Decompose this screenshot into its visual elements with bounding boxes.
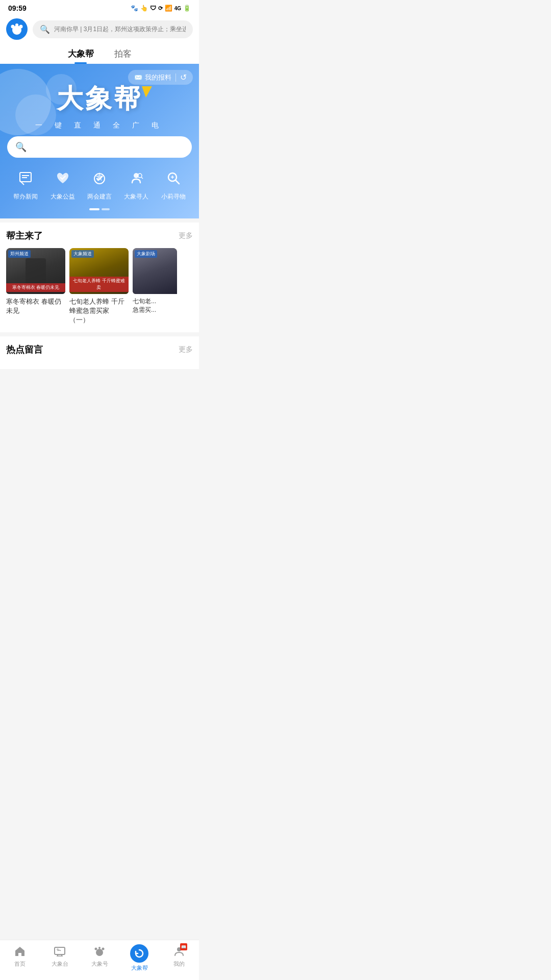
hotcomment-section: 热点留言 更多 [0, 336, 199, 369]
bangzhu-cards: 郑州频道 寒冬寄棉衣 春暖仍未见 寒冬寄棉衣 春暖仍未见 大象频道 七旬老人养蜂… [6, 248, 193, 325]
bangzhu-card-3[interactable]: 大象剧场 七旬老...急需买... [133, 248, 178, 325]
search-input[interactable] [54, 26, 186, 33]
service-xiaoli-xunwu[interactable]: 小莉寻物 [161, 167, 186, 201]
banner: ✉️ 我的报料 ↺ 大象帮 一 键 直 通 全 广 电 🔍 [0, 64, 199, 218]
hotcomment-header: 热点留言 更多 [6, 344, 193, 356]
header: 🔍 [0, 14, 199, 44]
bangzhu-card-2[interactable]: 大象频道 七旬老人养蜂 千斤蜂蜜难卖 七旬老人养蜂 千斤蜂蜜急需买家（一） [69, 248, 129, 325]
wifi-icon: 📶 [165, 5, 172, 12]
battery-icon: 🔋 [183, 5, 191, 12]
hotcomment-title: 热点留言 [6, 344, 43, 356]
card-1-image: 郑州频道 寒冬寄棉衣 春暖仍未见 [6, 248, 65, 294]
card-3-text: 七旬老...急需买... [133, 294, 178, 314]
card-3-image: 大象剧场 [133, 248, 178, 294]
station-badge-1: 郑州频道 [8, 250, 31, 258]
bangzhu-title: 帮主来了 [6, 230, 43, 242]
tab-bangzhu[interactable]: 大象帮 [68, 48, 94, 64]
bangzhu-card-1[interactable]: 郑州频道 寒冬寄棉衣 春暖仍未见 寒冬寄棉衣 春暖仍未见 [6, 248, 65, 325]
search-icon: 🔍 [40, 24, 50, 34]
xunwu-icon [162, 167, 185, 189]
status-icons: 🐾 👆 🛡 ⟳ 📶 4G 🔋 [131, 5, 191, 12]
card-1-overlay: 寒冬寄棉衣 春暖仍未见 [6, 283, 65, 292]
banner-subtitle: 一 键 直 通 全 广 电 [7, 121, 192, 130]
tab-paike[interactable]: 拍客 [114, 48, 132, 64]
carousel-dots [7, 208, 192, 210]
gongyi-icon [52, 167, 74, 189]
security-icon: 🛡 [150, 5, 156, 12]
card-1-text: 寒冬寄棉衣 春暖仍未见 [6, 294, 65, 315]
banner-title-area: 大象帮 [7, 71, 192, 121]
service-bangban-xinwen[interactable]: 帮办新闻 [13, 167, 38, 201]
touch-icon: 👆 [140, 5, 148, 12]
card-2-text: 七旬老人养蜂 千斤蜂蜜急需买家（一） [69, 294, 129, 325]
svg-line-11 [141, 177, 143, 179]
services-grid: 帮办新闻 大象公益 两 [7, 165, 192, 203]
paw-icon: 🐾 [131, 5, 138, 12]
svg-line-13 [176, 180, 179, 184]
card-2-image: 大象频道 七旬老人养蜂 千斤蜂蜜难卖 [69, 248, 129, 294]
banner-search-icon: 🔍 [15, 141, 27, 153]
logo-paw-icon [10, 22, 24, 36]
bangzhu-section: 帮主来了 更多 郑州频道 寒冬寄棉衣 春暖仍未见 寒冬寄棉衣 春暖仍未见 [0, 223, 199, 332]
xunren-icon [125, 167, 147, 189]
bangban-icon [14, 167, 37, 189]
service-label-2: 大象公益 [51, 192, 75, 201]
tabs: 大象帮 拍客 [0, 44, 199, 64]
bangzhu-more[interactable]: 更多 [179, 231, 193, 240]
station-badge-2: 大象频道 [71, 250, 94, 258]
dot-2 [102, 208, 110, 210]
service-daxiang-gongyi[interactable]: 大象公益 [51, 167, 75, 201]
lightning-icon [141, 86, 152, 97]
status-time: 09:59 [8, 4, 27, 12]
service-lianghui-jianyan[interactable]: 两会建言 [87, 167, 112, 201]
service-label-3: 两会建言 [87, 192, 112, 201]
svg-point-3 [19, 25, 23, 29]
station-badge-3: 大象剧场 [135, 250, 157, 258]
signal-icon: ⟳ [158, 5, 163, 12]
svg-point-1 [11, 25, 15, 29]
service-label-1: 帮办新闻 [13, 192, 38, 201]
status-bar: 09:59 🐾 👆 🛡 ⟳ 📶 4G 🔋 [0, 0, 199, 14]
service-label-4: 大象寻人 [124, 192, 148, 201]
bangzhu-header: 帮主来了 更多 [6, 230, 193, 242]
search-bar[interactable]: 🔍 [33, 20, 193, 38]
service-daxiang-xunren[interactable]: 大象寻人 [124, 167, 148, 201]
banner-search-input[interactable] [32, 143, 184, 152]
jianyan-icon [88, 167, 111, 189]
banner-main-title: 大象帮 [57, 81, 142, 117]
card-2-overlay: 七旬老人养蜂 千斤蜂蜜难卖 [69, 277, 129, 292]
service-label-5: 小莉寻物 [161, 192, 186, 201]
network-icon: 4G [174, 6, 181, 11]
dot-1 [89, 208, 99, 210]
app-logo[interactable] [6, 18, 28, 40]
banner-search[interactable]: 🔍 [7, 136, 192, 158]
hotcomment-more[interactable]: 更多 [179, 345, 193, 354]
svg-point-2 [15, 23, 18, 27]
